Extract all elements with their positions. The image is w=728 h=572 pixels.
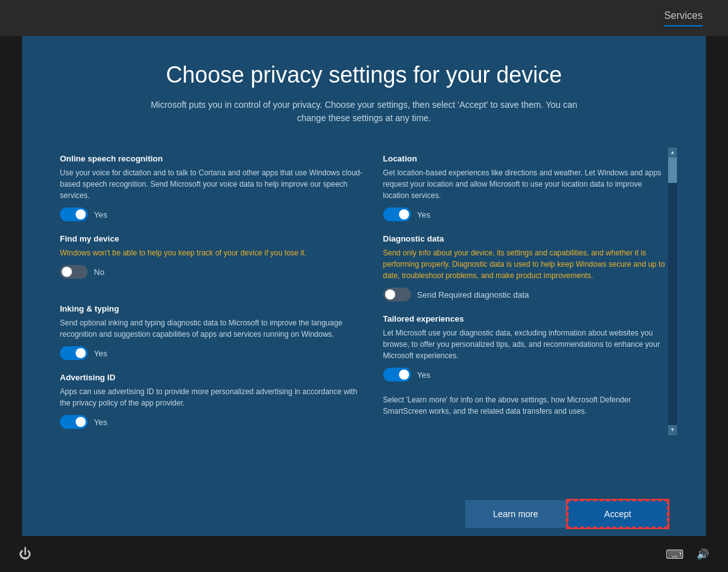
inking-typing-title: Inking & typing xyxy=(60,304,364,313)
settings-grid: Online speech recognition Use your voice… xyxy=(60,148,668,435)
learn-more-note-container: Select 'Learn more' for info on the abov… xyxy=(383,388,669,429)
footer-area: Learn more Accept xyxy=(22,492,706,536)
find-device-title: Find my device xyxy=(60,234,364,243)
learn-more-note: Select 'Learn more' for info on the abov… xyxy=(383,394,669,417)
online-speech-toggle-label: Yes xyxy=(94,210,107,219)
location-toggle[interactable] xyxy=(383,207,411,221)
setting-location: Location Get location-based experiences … xyxy=(383,148,669,228)
power-icon[interactable]: ⏻ xyxy=(19,547,32,561)
advertising-id-desc: Apps can use advertising ID to provide m… xyxy=(60,386,364,409)
online-speech-desc: Use your voice for dictation and to talk… xyxy=(60,167,364,201)
inking-typing-toggle-label: Yes xyxy=(94,349,107,358)
advertising-id-toggle-label: Yes xyxy=(94,417,107,427)
setting-advertising-id: Advertising ID Apps can use advertising … xyxy=(60,366,364,435)
setting-inking-typing: Inking & typing Send optional inking and… xyxy=(60,298,364,366)
page-subtitle: Microsoft puts you in control of your pr… xyxy=(144,98,585,125)
online-speech-toggle-row: Yes xyxy=(60,207,364,221)
find-device-toggle[interactable] xyxy=(60,265,88,279)
inking-typing-toggle-row: Yes xyxy=(60,346,364,360)
setting-diagnostic-data: Diagnostic data Send only info about you… xyxy=(383,228,669,308)
tailored-experiences-title: Tailored experiences xyxy=(383,314,669,324)
setting-find-device: Find my device Windows won't be able to … xyxy=(60,228,364,285)
diagnostic-data-title: Diagnostic data xyxy=(383,234,669,243)
find-device-desc: Windows won't be able to help you keep t… xyxy=(60,247,364,259)
learn-more-button[interactable]: Learn more xyxy=(465,500,566,528)
advertising-id-title: Advertising ID xyxy=(60,373,364,382)
setting-tailored-experiences: Tailored experiences Let Microsoft use y… xyxy=(383,308,669,388)
services-tab[interactable]: Services xyxy=(664,10,703,26)
diagnostic-data-toggle-row: Send Required diagnostic data xyxy=(383,288,669,301)
inking-typing-desc: Send optional inking and typing diagnost… xyxy=(60,317,364,340)
advertising-id-toggle-row: Yes xyxy=(60,415,364,429)
advertising-id-toggle[interactable] xyxy=(60,415,88,429)
keyboard-icon[interactable]: ⌨ xyxy=(666,547,684,562)
settings-left: Online speech recognition Use your voice… xyxy=(60,148,364,435)
tailored-experiences-desc: Let Microsoft use your diagnostic data, … xyxy=(383,327,669,361)
scroll-thumb[interactable] xyxy=(668,158,677,183)
content-area: Choose privacy settings for your device … xyxy=(22,36,706,492)
tailored-experiences-toggle-label: Yes xyxy=(417,370,430,380)
scroll-up-arrow[interactable]: ▲ xyxy=(668,148,677,158)
settings-right: Location Get location-based experiences … xyxy=(364,148,669,435)
online-speech-title: Online speech recognition xyxy=(60,154,364,163)
scroll-down-arrow[interactable]: ▼ xyxy=(668,425,677,435)
top-bar: Services xyxy=(0,0,728,36)
online-speech-toggle[interactable] xyxy=(60,207,88,221)
location-toggle-row: Yes xyxy=(383,207,669,221)
volume-icon[interactable]: 🔊 xyxy=(696,548,709,560)
find-device-toggle-label: No xyxy=(94,267,105,277)
accept-button[interactable]: Accept xyxy=(567,500,668,528)
location-desc: Get location-based experiences like dire… xyxy=(383,167,669,201)
tailored-experiences-toggle[interactable] xyxy=(383,368,411,382)
taskbar: ⏻ ⌨ 🔊 xyxy=(0,536,728,572)
main-window: Choose privacy settings for your device … xyxy=(22,36,706,536)
diagnostic-data-toggle[interactable] xyxy=(383,288,411,301)
diagnostic-data-desc: Send only info about your device, its se… xyxy=(383,247,669,281)
taskbar-right: ⌨ 🔊 xyxy=(666,547,709,562)
setting-online-speech: Online speech recognition Use your voice… xyxy=(60,148,364,228)
location-toggle-label: Yes xyxy=(417,210,430,219)
diagnostic-data-toggle-label: Send Required diagnostic data xyxy=(417,290,529,300)
tailored-experiences-toggle-row: Yes xyxy=(383,368,669,382)
find-device-toggle-row: No xyxy=(60,265,364,279)
page-title: Choose privacy settings for your device xyxy=(60,61,668,88)
location-title: Location xyxy=(383,154,669,163)
inking-typing-toggle[interactable] xyxy=(60,346,88,360)
scrollbar-track[interactable]: ▲ ▼ xyxy=(668,148,677,435)
